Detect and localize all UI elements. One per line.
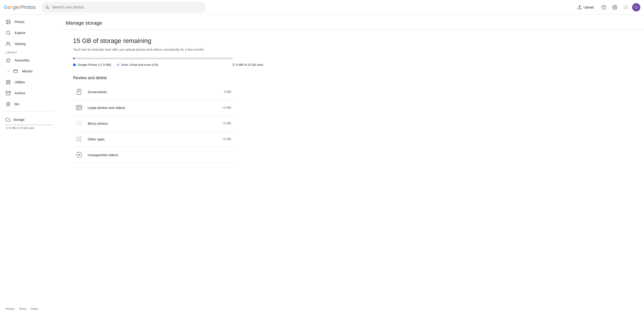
svg-point-40 <box>81 121 82 122</box>
svg-point-8 <box>624 8 624 9</box>
screenshot-icon <box>75 88 83 96</box>
upload-icon <box>577 5 582 10</box>
svg-point-43 <box>77 137 78 138</box>
unsupported-label: Unsupported videos <box>88 153 226 157</box>
terms-link[interactable]: Terms <box>19 307 26 310</box>
svg-rect-19 <box>9 80 10 82</box>
svg-point-37 <box>76 124 77 125</box>
archive-icon <box>6 91 11 96</box>
review-item-other-apps[interactable]: Other apps ~0 MB <box>73 131 233 147</box>
svg-marker-16 <box>8 71 9 72</box>
sharing-icon <box>6 41 11 46</box>
svg-point-49 <box>77 140 78 141</box>
legend-dot-drive <box>117 64 120 66</box>
header-actions: Upload Li <box>574 3 640 12</box>
logo[interactable]: Google Photos <box>4 4 36 10</box>
review-item-screenshots[interactable]: Screenshots 3 MB <box>73 84 233 100</box>
large-photos-size: ~0 MB <box>222 106 231 109</box>
svg-point-9 <box>626 8 626 9</box>
review-section-title: Review and delete <box>73 76 263 80</box>
svg-point-32 <box>78 121 79 122</box>
sidebar-item-utilities[interactable]: Utilities <box>0 77 57 88</box>
upload-label: Upload <box>584 6 594 9</box>
svg-point-42 <box>81 124 82 125</box>
svg-marker-15 <box>6 58 10 62</box>
album-icon <box>13 69 18 74</box>
library-section-label: LIBRARY <box>0 49 58 55</box>
svg-point-3 <box>626 6 626 6</box>
search-icon <box>45 5 50 10</box>
sidebar-footer: Privacy · Terms · Policy <box>0 304 58 314</box>
review-item-large-photos[interactable]: Large photos and videos ~0 MB <box>73 100 233 116</box>
svg-point-38 <box>78 124 79 125</box>
gear-icon <box>612 5 617 10</box>
svg-point-36 <box>80 122 80 123</box>
sharing-label: Sharing <box>14 42 26 46</box>
svg-rect-22 <box>6 91 10 92</box>
avatar[interactable]: Li <box>632 3 640 12</box>
blurry-size: ~0 MB <box>222 122 231 125</box>
photos-label: Photos <box>14 20 25 24</box>
svg-point-10 <box>627 8 628 9</box>
other-apps-icon <box>75 135 83 143</box>
svg-point-6 <box>626 7 626 8</box>
sidebar-item-photos[interactable]: Photos <box>0 16 57 28</box>
svg-point-5 <box>624 7 624 8</box>
apps-button[interactable] <box>621 3 630 12</box>
album-expand-icon <box>6 70 11 72</box>
svg-point-31 <box>76 121 77 122</box>
storage-heading: 15 GB of storage remaining <box>73 37 263 44</box>
legend-photos-label: Google Photos (17.6 MB) <box>78 63 111 66</box>
photos-wordmark: Photos <box>20 4 36 10</box>
review-item-unsupported[interactable]: Unsupported videos <box>73 147 233 163</box>
sidebar: Photos Explore Sharing LIBRARY <box>0 14 58 316</box>
content-area: 15 GB of storage remaining You'll see an… <box>58 30 278 170</box>
sidebar-item-explore[interactable]: Explore <box>0 28 57 38</box>
policy-link[interactable]: Policy <box>31 307 38 310</box>
google-wordmark: Google <box>4 4 19 10</box>
legend-dot-photos <box>73 64 76 66</box>
star-icon <box>6 58 11 63</box>
svg-rect-20 <box>6 83 8 84</box>
archive-label: Archive <box>14 91 25 95</box>
svg-point-44 <box>78 137 80 138</box>
review-item-blurry[interactable]: Blurry photos ~0 MB <box>73 116 233 131</box>
header: Google Photos Upload <box>0 0 644 14</box>
sidebar-divider <box>4 112 55 112</box>
main-storage-bar <box>73 58 233 59</box>
svg-rect-18 <box>6 80 8 82</box>
help-button[interactable] <box>599 3 608 12</box>
review-list: Screenshots 3 MB Large photos and videos <box>73 84 233 163</box>
blurry-icon <box>75 119 83 128</box>
storage-legend: Google Photos (17.6 MB) Drive, Gmail and… <box>73 63 263 66</box>
photo-icon <box>6 20 11 24</box>
legend-drive-label: Drive, Gmail and more (0 B) <box>121 63 158 66</box>
sidebar-item-archive[interactable]: Archive <box>0 88 57 99</box>
legend-photos: Google Photos (17.6 MB) <box>73 63 111 66</box>
sidebar-item-bin[interactable]: Bin <box>0 99 57 110</box>
sidebar-item-albums[interactable]: Albums <box>0 66 57 77</box>
blurry-label: Blurry photos <box>88 122 217 125</box>
page-title: Manage storage <box>66 20 637 26</box>
svg-point-2 <box>624 6 624 6</box>
svg-point-51 <box>80 140 81 141</box>
svg-point-12 <box>7 21 8 22</box>
video-icon <box>75 151 83 159</box>
svg-point-4 <box>627 6 628 6</box>
help-icon <box>601 5 606 10</box>
sidebar-item-sharing[interactable]: Sharing <box>0 38 57 49</box>
svg-rect-24 <box>77 89 81 94</box>
sidebar-item-favourites[interactable]: Favourites <box>0 55 57 66</box>
upload-button[interactable]: Upload <box>574 3 598 12</box>
albums-label: Albums <box>22 70 33 73</box>
search-bar <box>41 2 206 13</box>
bin-label: Bin <box>14 102 19 106</box>
privacy-link[interactable]: Privacy <box>6 307 14 310</box>
settings-button[interactable] <box>610 3 619 12</box>
svg-point-1 <box>614 6 616 8</box>
screenshots-label: Screenshots <box>88 90 219 94</box>
cloud-icon <box>6 117 10 122</box>
storage-label: Storage <box>13 118 24 122</box>
svg-point-46 <box>77 138 78 140</box>
search-input[interactable] <box>52 5 202 9</box>
